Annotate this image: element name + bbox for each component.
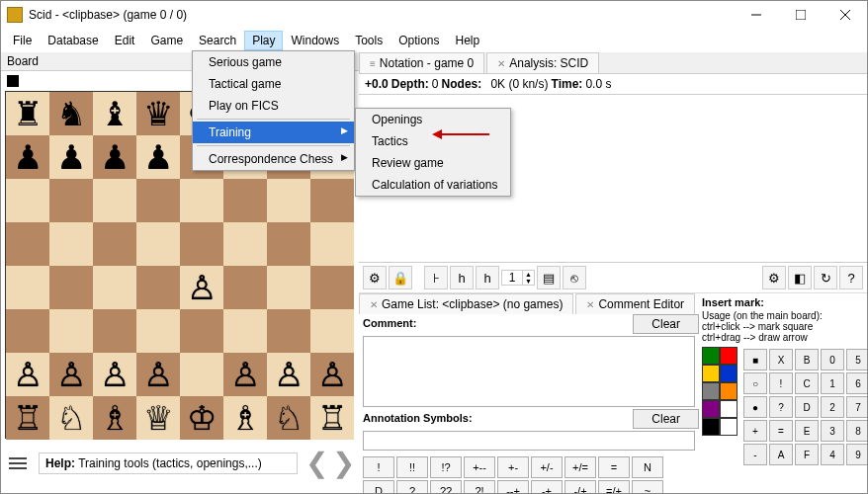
close-tab-icon[interactable]: ✕	[497, 58, 505, 69]
square[interactable]	[310, 266, 354, 309]
engine-settings-icon[interactable]: ⚙	[363, 266, 387, 289]
square[interactable]: ♙	[267, 353, 310, 396]
menu-options[interactable]: Options	[391, 31, 447, 50]
mark-cell[interactable]: D	[795, 396, 819, 418]
annotation-button[interactable]: ??	[430, 480, 462, 494]
annotation-button[interactable]: -/+	[564, 480, 596, 494]
var2-icon[interactable]: h	[476, 266, 499, 289]
play-on-fics[interactable]: Play on FICS	[193, 95, 354, 117]
square[interactable]	[6, 309, 49, 353]
square[interactable]	[267, 266, 310, 309]
mark-cell[interactable]: E	[795, 420, 819, 442]
mark-cell[interactable]: 1	[821, 372, 844, 394]
square[interactable]: ♜	[6, 92, 49, 135]
mark-cell[interactable]: ?	[769, 396, 793, 418]
square[interactable]	[180, 309, 223, 353]
color-swatch[interactable]	[720, 347, 738, 365]
tree-icon[interactable]: ⊦	[424, 266, 448, 289]
next-parenthesis-icon[interactable]: ❯	[330, 447, 357, 479]
square[interactable]	[49, 266, 93, 309]
menu-game[interactable]: Game	[142, 31, 191, 50]
tab-notation[interactable]: ≡Notation - game 0	[359, 52, 484, 73]
color-swatch[interactable]	[702, 365, 720, 382]
menu-database[interactable]: Database	[40, 31, 106, 50]
mark-cell[interactable]: 9	[846, 444, 868, 465]
square[interactable]	[136, 179, 180, 222]
tab-comment-editor[interactable]: ✕Comment Editor	[575, 293, 695, 314]
annotation-button[interactable]: !!	[396, 456, 428, 478]
annotation-button[interactable]: !	[363, 456, 394, 478]
play-tactical-game[interactable]: Tactical game	[193, 73, 354, 95]
annotation-input[interactable]	[363, 431, 695, 451]
square[interactable]: ♙	[180, 266, 223, 309]
config-icon[interactable]: ⚙	[762, 266, 786, 289]
square[interactable]	[223, 222, 267, 266]
menu-tools[interactable]: Tools	[347, 31, 391, 50]
annotation-button[interactable]: =/+	[598, 480, 630, 494]
training-openings[interactable]: Openings	[356, 109, 510, 130]
color-swatch[interactable]	[702, 347, 720, 365]
mark-cell[interactable]: F	[795, 444, 819, 465]
training-calc-variations[interactable]: Calculation of variations	[356, 174, 510, 196]
square[interactable]	[136, 222, 180, 266]
square[interactable]: ♘	[49, 396, 93, 440]
tab-analysis[interactable]: ✕Analysis: SCID	[486, 52, 599, 73]
mark-cell[interactable]: 6	[846, 372, 868, 394]
square[interactable]	[93, 179, 136, 222]
prev-parenthesis-icon[interactable]: ❮	[304, 447, 330, 479]
help-icon[interactable]: ?	[839, 266, 863, 289]
square[interactable]	[6, 266, 49, 309]
annotation-button[interactable]: +/-	[531, 456, 563, 478]
square[interactable]: ♙	[93, 353, 136, 396]
annotation-button[interactable]: ~	[632, 480, 663, 494]
menu-windows[interactable]: Windows	[283, 31, 347, 50]
minimize-button[interactable]	[734, 1, 778, 29]
mark-cell[interactable]: ■	[743, 349, 767, 370]
square[interactable]	[49, 179, 93, 222]
board-icon[interactable]: ◧	[788, 266, 812, 289]
color-swatch[interactable]	[720, 418, 738, 436]
square[interactable]	[310, 309, 354, 353]
color-swatch[interactable]	[702, 382, 720, 400]
square[interactable]: ♕	[136, 396, 180, 440]
square[interactable]	[223, 309, 267, 353]
close-button[interactable]	[823, 1, 867, 29]
annotation-button[interactable]: +/=	[564, 456, 596, 478]
mark-cell[interactable]: ●	[743, 396, 767, 418]
square[interactable]	[49, 309, 93, 353]
comment-input[interactable]	[363, 336, 695, 407]
training-review-game[interactable]: Review game	[356, 152, 510, 174]
square[interactable]	[6, 179, 49, 222]
square[interactable]: ♘	[267, 396, 310, 440]
mark-cell[interactable]: +	[743, 420, 767, 442]
mark-cell[interactable]: X	[769, 349, 793, 370]
annotation-button[interactable]: ?	[396, 480, 428, 494]
square[interactable]: ♙	[6, 353, 49, 396]
square[interactable]: ♗	[223, 396, 267, 440]
square[interactable]	[6, 222, 49, 266]
color-swatch[interactable]	[720, 382, 738, 400]
square[interactable]	[93, 222, 136, 266]
square[interactable]	[267, 309, 310, 353]
play-correspondence[interactable]: Correspondence Chess	[193, 148, 354, 170]
mark-cell[interactable]: 0	[821, 349, 844, 370]
square[interactable]: ♙	[49, 353, 93, 396]
mark-cell[interactable]: B	[795, 349, 819, 370]
multipv-spinner[interactable]: ▲▼	[501, 270, 535, 286]
close-tab-icon[interactable]: ✕	[586, 299, 594, 310]
square[interactable]	[267, 179, 310, 222]
square[interactable]	[93, 266, 136, 309]
mark-cell[interactable]: -	[743, 444, 767, 465]
square[interactable]: ♙	[136, 353, 180, 396]
annotation-button[interactable]: N	[632, 456, 663, 478]
refresh-icon[interactable]: ↻	[814, 266, 837, 289]
square[interactable]	[180, 179, 223, 222]
color-swatch[interactable]	[720, 365, 738, 382]
mark-cell[interactable]: =	[769, 420, 793, 442]
square[interactable]	[267, 222, 310, 266]
annotation-button[interactable]: +-	[497, 456, 529, 478]
mark-cell[interactable]: ○	[743, 372, 767, 394]
mark-cell[interactable]: C	[795, 372, 819, 394]
square[interactable]	[49, 222, 93, 266]
square[interactable]: ♙	[223, 353, 267, 396]
